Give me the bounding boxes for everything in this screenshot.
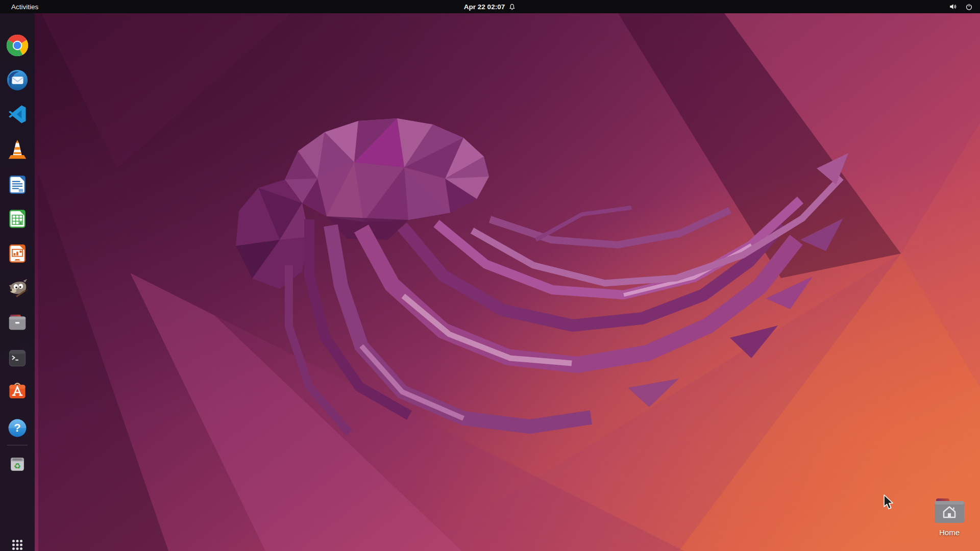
power-icon	[965, 3, 973, 11]
vscode-icon	[6, 103, 29, 126]
dock-item-trash[interactable]: ♻	[5, 451, 30, 475]
dock-item-software[interactable]	[5, 379, 30, 404]
home-folder-glyph	[933, 496, 966, 525]
dock-separator	[7, 445, 28, 445]
system-status-area[interactable]	[942, 0, 980, 13]
svg-text:?: ?	[14, 421, 20, 434]
show-apps-icon	[7, 535, 28, 551]
dock-item-writer[interactable]	[5, 172, 30, 197]
dock-item-thunderbird[interactable]	[5, 68, 30, 92]
svg-text:♻: ♻	[14, 462, 21, 471]
files-icon	[6, 311, 29, 334]
wallpaper-jellyfish	[0, 0, 980, 551]
dock: ? ♻	[0, 13, 35, 551]
clock-button[interactable]: Apr 22 02:07	[459, 0, 521, 13]
activities-button[interactable]: Activities	[7, 2, 42, 12]
ubuntu-software-icon	[6, 380, 29, 403]
desktop: Activities Apr 22 02:07	[0, 0, 980, 551]
dock-item-files[interactable]	[5, 310, 30, 335]
dock-item-help[interactable]: ?	[5, 416, 30, 440]
dock-item-gimp[interactable]	[5, 276, 30, 300]
calc-icon	[6, 208, 29, 230]
dock-item-chrome[interactable]	[5, 33, 30, 58]
vlc-icon	[6, 137, 29, 161]
dock-item-calc[interactable]	[5, 207, 30, 231]
dock-item-vscode[interactable]	[5, 102, 30, 127]
writer-icon	[6, 173, 29, 196]
clock-label: Apr 22 02:07	[464, 3, 505, 11]
dock-item-terminal[interactable]	[5, 346, 30, 370]
help-icon: ?	[6, 417, 29, 439]
terminal-icon	[6, 347, 29, 369]
home-folder-label: Home	[925, 528, 974, 537]
chrome-icon	[6, 34, 29, 57]
impress-icon	[6, 242, 29, 265]
bell-icon	[508, 3, 516, 11]
gimp-icon	[6, 276, 29, 299]
dock-item-show-apps[interactable]	[5, 533, 30, 551]
top-bar: Activities Apr 22 02:07	[0, 0, 980, 13]
dock-item-impress[interactable]	[5, 241, 30, 266]
volume-icon	[949, 3, 957, 11]
trash-icon: ♻	[6, 452, 29, 474]
home-folder-icon[interactable]: Home	[925, 496, 974, 537]
dock-item-vlc[interactable]	[5, 137, 30, 161]
thunderbird-icon	[6, 68, 29, 92]
